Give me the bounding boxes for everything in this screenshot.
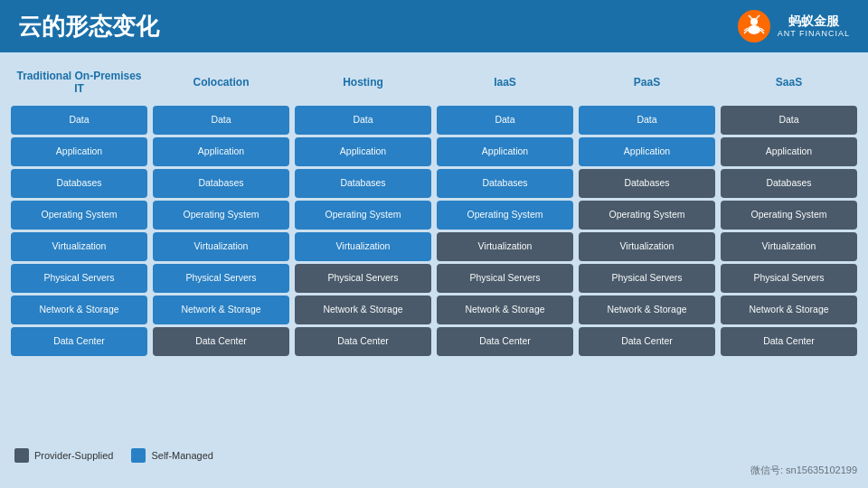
- svg-point-1: [748, 25, 760, 34]
- cell-hosting-6: Network & Storage: [295, 296, 431, 324]
- cell-traditional-3: Operating System: [11, 201, 147, 230]
- logo-text: 蚂蚁金服 ANT FINANCIAL: [778, 14, 850, 39]
- cell-saas-5: Physical Servers: [721, 264, 857, 293]
- cell-iaas-1: Application: [437, 137, 573, 166]
- cell-hosting-3: Operating System: [295, 201, 431, 230]
- watermark: 微信号: sn15635102199: [750, 464, 857, 477]
- column-paas: PaaSDataApplicationDatabasesOperating Sy…: [579, 61, 715, 441]
- cell-iaas-3: Operating System: [437, 201, 573, 230]
- legend-self: Self-Managed: [131, 448, 213, 463]
- cell-traditional-2: Databases: [11, 169, 147, 198]
- page-title: 云的形态变化: [18, 11, 159, 42]
- main-content: Traditional On-Premises ITDataApplicatio…: [0, 52, 868, 488]
- cell-iaas-4: Virtualization: [437, 232, 573, 261]
- ant-financial-icon: [738, 10, 770, 42]
- cell-traditional-0: Data: [11, 106, 147, 135]
- column-colocation: ColocationDataApplicationDatabasesOperat…: [153, 61, 289, 441]
- cell-traditional-1: Application: [11, 137, 147, 166]
- col-header-iaas: IaaS: [437, 61, 573, 103]
- header: 云的形态变化 蚂蚁金服 ANT FINANCIAL: [0, 0, 868, 52]
- cell-colocation-6: Network & Storage: [153, 296, 289, 324]
- legend-dark-box: [14, 448, 29, 463]
- cell-iaas-7: Data Center: [437, 327, 573, 356]
- cell-colocation-1: Application: [153, 137, 289, 166]
- legend-provider: Provider-Supplied: [14, 448, 113, 463]
- cell-saas-1: Application: [721, 137, 857, 166]
- cell-paas-4: Virtualization: [579, 232, 715, 261]
- cell-paas-7: Data Center: [579, 327, 715, 356]
- cell-saas-3: Operating System: [721, 201, 857, 230]
- cell-saas-7: Data Center: [721, 327, 857, 356]
- col-header-colocation: Colocation: [153, 61, 289, 103]
- cell-iaas-2: Databases: [437, 169, 573, 198]
- cell-hosting-0: Data: [295, 106, 431, 135]
- cell-colocation-3: Operating System: [153, 201, 289, 230]
- cell-saas-2: Databases: [721, 169, 857, 198]
- app-wrapper: 云的形态变化 蚂蚁金服 ANT FINANCIAL: [0, 0, 868, 488]
- cell-colocation-4: Virtualization: [153, 232, 289, 261]
- columns-container: Traditional On-Premises ITDataApplicatio…: [11, 61, 857, 441]
- col-header-saas: SaaS: [721, 61, 857, 103]
- column-traditional: Traditional On-Premises ITDataApplicatio…: [11, 61, 147, 441]
- cell-traditional-4: Virtualization: [11, 232, 147, 261]
- column-saas: SaaSDataApplicationDatabasesOperating Sy…: [721, 61, 857, 441]
- cell-paas-5: Physical Servers: [579, 264, 715, 293]
- logo-area: 蚂蚁金服 ANT FINANCIAL: [738, 10, 850, 42]
- cell-hosting-1: Application: [295, 137, 431, 166]
- cell-paas-2: Databases: [579, 169, 715, 198]
- cell-iaas-6: Network & Storage: [437, 296, 573, 324]
- legend-blue-box: [131, 448, 146, 463]
- cell-traditional-6: Network & Storage: [11, 296, 147, 324]
- legend-self-label: Self-Managed: [151, 450, 213, 461]
- cell-hosting-4: Virtualization: [295, 232, 431, 261]
- cell-colocation-2: Databases: [153, 169, 289, 198]
- cell-hosting-5: Physical Servers: [295, 264, 431, 293]
- cell-iaas-5: Physical Servers: [437, 264, 573, 293]
- cell-colocation-7: Data Center: [153, 327, 289, 356]
- cell-paas-3: Operating System: [579, 201, 715, 230]
- legend-provider-label: Provider-Supplied: [34, 450, 113, 461]
- cell-colocation-0: Data: [153, 106, 289, 135]
- cell-traditional-7: Data Center: [11, 327, 147, 356]
- col-header-paas: PaaS: [579, 61, 715, 103]
- cell-hosting-2: Databases: [295, 169, 431, 198]
- cell-saas-6: Network & Storage: [721, 296, 857, 324]
- cell-colocation-5: Physical Servers: [153, 264, 289, 293]
- cell-paas-1: Application: [579, 137, 715, 166]
- col-header-traditional: Traditional On-Premises IT: [11, 61, 147, 103]
- cell-traditional-5: Physical Servers: [11, 264, 147, 293]
- column-iaas: IaaSDataApplicationDatabasesOperating Sy…: [437, 61, 573, 441]
- col-header-hosting: Hosting: [295, 61, 431, 103]
- cell-paas-0: Data: [579, 106, 715, 135]
- cell-paas-6: Network & Storage: [579, 296, 715, 324]
- cell-iaas-0: Data: [437, 106, 573, 135]
- cell-saas-4: Virtualization: [721, 232, 857, 261]
- cell-saas-0: Data: [721, 106, 857, 135]
- legend: Provider-Supplied Self-Managed: [11, 441, 857, 463]
- column-hosting: HostingDataApplicationDatabasesOperating…: [295, 61, 431, 441]
- cell-hosting-7: Data Center: [295, 327, 431, 356]
